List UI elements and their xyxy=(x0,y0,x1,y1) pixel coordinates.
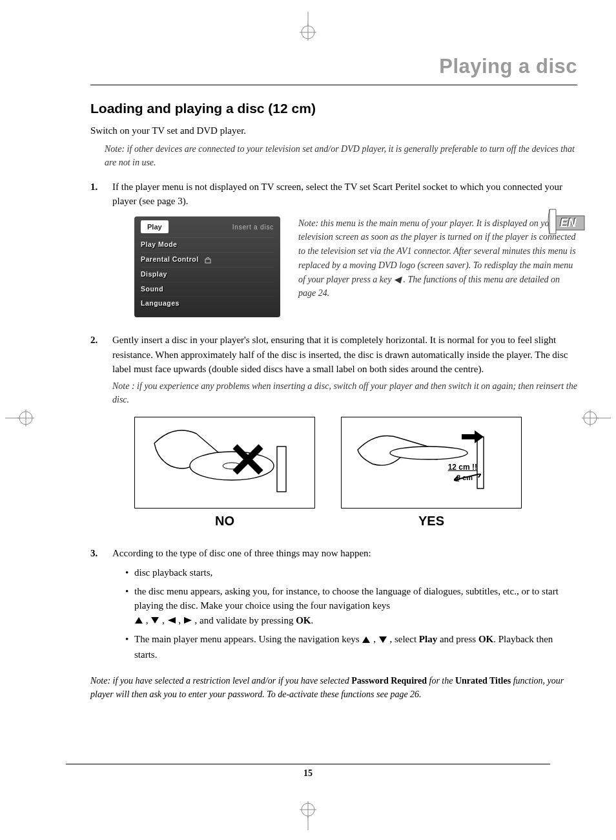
bullet-2: the disc menu appears, asking you, for i… xyxy=(125,584,577,629)
bullet-1: disc playback starts, xyxy=(125,565,577,580)
svg-line-29 xyxy=(454,480,459,481)
step-2: Gently insert a disc in your player's sl… xyxy=(90,333,577,530)
disc-insert-correct-icon xyxy=(342,417,521,507)
page-number: 15 xyxy=(66,764,550,779)
ok-label: OK xyxy=(296,615,311,625)
menu-item: Languages xyxy=(141,296,274,311)
arrow-up-icon xyxy=(134,614,143,629)
language-badge: EN EN xyxy=(547,207,587,238)
svg-rect-22 xyxy=(277,446,286,492)
disc-size-bad-label: 8 cm xyxy=(457,472,473,483)
bullet-text: The main player menu appears. Using the … xyxy=(134,634,362,644)
menu-item: Play Mode xyxy=(141,237,274,252)
arrow-left-icon xyxy=(167,614,176,629)
menu-item: Display xyxy=(141,267,274,282)
bullet-text: and press xyxy=(437,634,478,644)
crop-mark-bottom xyxy=(292,798,324,833)
player-menu-screenshot: Play Insert a disc Play Mode Parental Co… xyxy=(134,216,280,317)
step-1: If the player menu is not displayed on T… xyxy=(90,180,577,317)
section-heading: Loading and playing a disc (12 cm) xyxy=(90,101,577,116)
ok-label: OK xyxy=(478,634,493,644)
intro-line: Switch on your TV set and DVD player. xyxy=(90,124,577,138)
note-text: for the xyxy=(427,676,455,686)
unrated-titles-label: Unrated Titles xyxy=(455,676,511,686)
menu-item: Sound xyxy=(141,282,274,297)
arrow-down-icon xyxy=(378,633,387,648)
step-2-text: Gently insert a disc in your player's sl… xyxy=(112,335,568,374)
svg-point-25 xyxy=(390,446,467,459)
disc-insert-wrong-icon xyxy=(135,417,314,507)
svg-text:EN: EN xyxy=(560,216,577,229)
note-text: Note: if you have selected a restriction… xyxy=(90,676,351,686)
bullet-text: , select xyxy=(389,634,418,644)
arrow-up-icon xyxy=(362,633,371,648)
step-2-note: Note : if you experience any problems wh… xyxy=(112,379,577,406)
menu-item-label: Parental Control xyxy=(141,255,199,263)
intro-note: Note: if other devices are connected to … xyxy=(105,142,577,169)
bullet-text: , and validate by pressing xyxy=(195,615,296,625)
bullet-3: The main player menu appears. Using the … xyxy=(125,632,577,662)
disc-size-label: 12 cm !! xyxy=(448,461,477,473)
step-3-intro: According to the type of disc one of thr… xyxy=(112,548,371,558)
step-1-note: Note: this menu is the main menu of your… xyxy=(298,216,577,300)
final-note: Note: if you have selected a restriction… xyxy=(90,674,577,702)
svg-point-20 xyxy=(190,452,274,480)
menu-selected: Play xyxy=(141,220,169,234)
figure-no: NO xyxy=(134,417,315,530)
figure-yes-label: YES xyxy=(341,511,522,530)
play-label: Play xyxy=(419,634,437,644)
password-required-label: Password Required xyxy=(351,676,427,686)
menu-item: Parental Control xyxy=(141,252,274,267)
chapter-title: Playing a disc xyxy=(90,55,577,85)
figure-no-label: NO xyxy=(134,511,315,530)
parental-control-icon xyxy=(203,257,212,263)
svg-rect-19 xyxy=(205,259,210,263)
step-1-text: If the player menu is not displayed on T… xyxy=(112,182,562,207)
step-3: According to the type of disc one of thr… xyxy=(90,546,577,662)
arrow-right-icon xyxy=(183,614,192,629)
menu-prompt: Insert a disc xyxy=(232,220,274,234)
bullet-text: the disc menu appears, asking you, for i… xyxy=(134,586,559,611)
arrow-down-icon xyxy=(150,614,159,629)
figure-yes: 12 cm !! 8 cm YES xyxy=(341,417,522,530)
